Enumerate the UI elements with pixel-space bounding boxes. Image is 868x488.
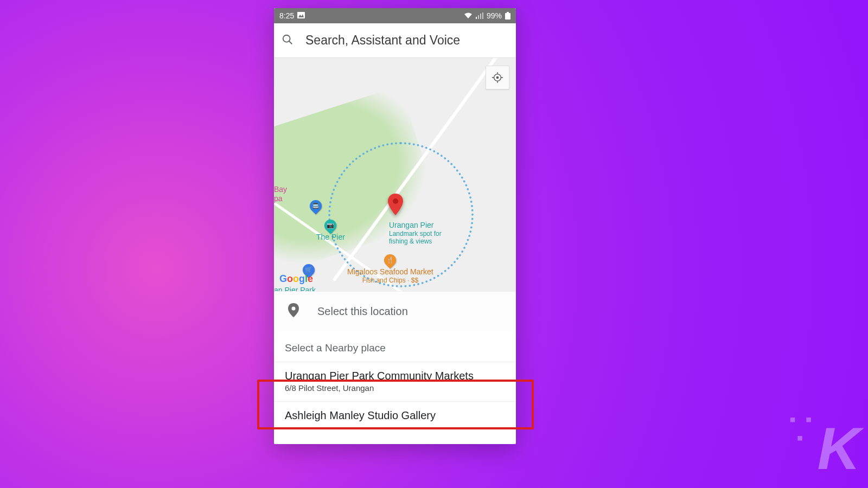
svg-point-17 bbox=[292, 307, 296, 311]
svg-point-10 bbox=[393, 198, 398, 204]
poi-bus-stop[interactable]: 🚍 bbox=[310, 200, 322, 213]
select-this-location[interactable]: Select this location bbox=[274, 291, 516, 331]
place-address: 6/8 Pilot Street, Urangan bbox=[285, 383, 505, 393]
svg-rect-7 bbox=[505, 13, 510, 20]
nearby-header: Select a Nearby place bbox=[274, 331, 516, 362]
place-name: Urangan Pier Park Community Markets bbox=[285, 370, 505, 382]
status-bar: 8:25 99% bbox=[274, 8, 516, 23]
poi-subtitle: Landmark spot for fishing & views bbox=[389, 230, 442, 246]
map-view[interactable]: Bay pa 🚍 📷 The Pier 🛒 an Pier Park nity … bbox=[274, 58, 516, 291]
poi-title: Urangan Pier bbox=[389, 221, 434, 229]
svg-rect-2 bbox=[476, 17, 477, 19]
wifi-icon bbox=[464, 12, 473, 19]
search-icon bbox=[282, 34, 293, 48]
map-pin-icon bbox=[388, 194, 403, 215]
svg-line-9 bbox=[289, 41, 292, 44]
poi-label: The Pier bbox=[316, 233, 345, 241]
map-selected-pin[interactable] bbox=[388, 194, 403, 217]
poi-the-pier[interactable]: 📷 The Pier bbox=[316, 220, 345, 242]
svg-rect-4 bbox=[480, 14, 481, 19]
poi-pier-park-markets[interactable]: an Pier Park nity Markets bbox=[274, 286, 316, 291]
crosshair-icon bbox=[492, 72, 503, 84]
poi-urangan-pier[interactable]: Urangan Pier Landmark spot for fishing &… bbox=[389, 221, 442, 246]
poi-label: pa bbox=[274, 194, 283, 203]
svg-rect-5 bbox=[482, 12, 483, 19]
watermark-letter: K bbox=[818, 419, 858, 478]
nearby-place-item[interactable]: Urangan Pier Park Community Markets 6/8 … bbox=[274, 362, 516, 401]
search-title: Search, Assistant and Voice bbox=[305, 33, 460, 48]
background: 8:25 99% Search bbox=[0, 0, 868, 488]
poi-title: Migaloos Seafood Market bbox=[347, 267, 433, 276]
restaurant-icon: 🍴 bbox=[382, 252, 399, 268]
poi-subtitle: Fish and Chips · $$ bbox=[347, 277, 433, 284]
poi-label: an Pier Park bbox=[274, 286, 316, 291]
place-name: Ashleigh Manley Studio Gallery bbox=[285, 409, 505, 422]
battery-percent: 99% bbox=[487, 11, 502, 20]
place-pin-icon bbox=[288, 303, 299, 320]
select-location-label: Select this location bbox=[317, 305, 408, 318]
svg-rect-6 bbox=[507, 12, 509, 13]
svg-point-8 bbox=[283, 35, 290, 42]
poi-label: Bay bbox=[274, 185, 287, 194]
search-bar[interactable]: Search, Assistant and Voice bbox=[274, 23, 516, 58]
poi-migaloos[interactable]: 🍴 Migaloos Seafood Market Fish and Chips… bbox=[347, 254, 433, 284]
gallery-icon bbox=[297, 11, 305, 20]
my-location-button[interactable] bbox=[486, 66, 509, 89]
watermark-dots-icon: ▪ ▪ ▪ bbox=[789, 410, 814, 447]
google-logo: Google bbox=[279, 273, 313, 285]
signal-icon bbox=[476, 12, 483, 19]
battery-icon bbox=[505, 12, 510, 20]
camera-icon: 📷 bbox=[322, 217, 339, 234]
phone-frame: 8:25 99% Search bbox=[274, 8, 516, 444]
bus-icon: 🚍 bbox=[307, 197, 324, 214]
svg-rect-3 bbox=[478, 15, 479, 19]
nearby-place-item[interactable]: Ashleigh Manley Studio Gallery bbox=[274, 401, 516, 431]
svg-point-12 bbox=[496, 76, 499, 79]
poi-bay-spa[interactable]: Bay pa bbox=[274, 185, 287, 203]
watermark-logo: ▪ ▪ ▪ K bbox=[789, 410, 858, 478]
svg-rect-0 bbox=[297, 12, 305, 18]
status-time: 8:25 bbox=[279, 11, 294, 20]
